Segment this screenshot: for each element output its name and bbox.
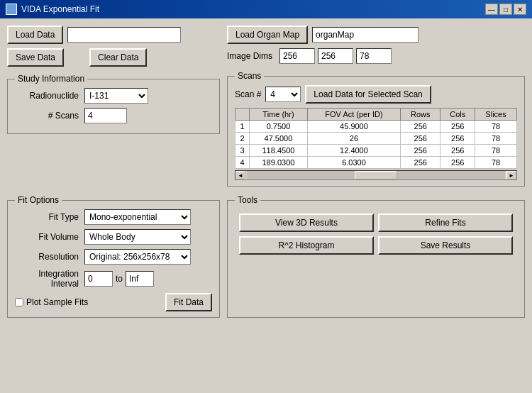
dim3-input[interactable] — [356, 48, 392, 64]
cell-num: 1 — [235, 121, 250, 133]
organ-map-row: Load Organ Map — [227, 26, 525, 44]
col-header-rows: Rows — [401, 109, 440, 121]
app-icon — [6, 4, 17, 15]
bottom-fit-row: Plot Sample Fits Fit Data — [15, 293, 212, 311]
cell-slices: 78 — [475, 121, 517, 133]
scans-label: # Scans — [15, 111, 79, 121]
load-row: Load Data — [7, 26, 220, 44]
cell-fovAct: 26 — [307, 133, 400, 145]
scroll-track — [247, 171, 505, 179]
cell-time: 0.7500 — [250, 121, 308, 133]
title-bar-left: VIDA Exponential Fit — [6, 4, 99, 15]
organ-map-input[interactable] — [312, 27, 419, 43]
radionuclide-row: Radionuclide I-131 — [15, 88, 212, 104]
dim1-input[interactable] — [279, 48, 315, 64]
plot-sample-fits-label[interactable]: Plot Sample Fits — [15, 297, 88, 307]
plot-sample-fits-checkbox[interactable] — [15, 298, 23, 306]
fit-type-row: Fit Type Mono-exponential Bi-exponential — [15, 209, 212, 225]
horizontal-scrollbar[interactable]: ◄ ► — [235, 170, 517, 180]
cell-num: 2 — [235, 133, 250, 145]
cell-cols: 256 — [440, 145, 475, 157]
study-info-legend: Study Information — [15, 74, 87, 84]
r2-histogram-button[interactable]: R^2 Histogram — [239, 236, 374, 255]
cell-slices: 78 — [475, 145, 517, 157]
col-header-slices: Slices — [475, 109, 517, 121]
table-row: 4189.03006.030025625678 — [235, 157, 517, 169]
fit-volume-select[interactable]: Whole Body Organ — [84, 229, 191, 245]
cell-num: 4 — [235, 157, 250, 169]
fit-type-select[interactable]: Mono-exponential Bi-exponential — [84, 209, 191, 225]
resolution-row: Resolution Original: 256x256x78 — [15, 249, 212, 265]
save-clear-row: Save Data Clear Data — [7, 48, 220, 67]
scans-group: Scans Scan # 1 2 3 4 Load Data for Selec… — [227, 71, 525, 187]
plot-sample-fits-text: Plot Sample Fits — [26, 297, 88, 307]
resolution-select[interactable]: Original: 256x256x78 — [84, 249, 191, 265]
radionuclide-select[interactable]: I-131 — [84, 88, 148, 104]
minimize-button[interactable]: — — [485, 4, 498, 15]
load-data-for-scan-button[interactable]: Load Data for Selected Scan — [305, 85, 431, 104]
study-information-group: Study Information Radionuclide I-131 # S… — [7, 74, 220, 134]
cell-rows: 256 — [401, 133, 440, 145]
radionuclide-label: Radionuclide — [15, 91, 79, 101]
main-content: Load Data Save Data Clear Data Study Inf… — [0, 18, 532, 393]
col-header-num — [235, 109, 250, 121]
scan-num-row: Scan # 1 2 3 4 Load Data for Selected Sc… — [235, 85, 517, 104]
cell-fovAct: 6.0300 — [307, 157, 400, 169]
tools-grid: View 3D Results Refine Fits R^2 Histogra… — [235, 209, 517, 259]
cell-cols: 256 — [440, 121, 475, 133]
scans-table: Time (hr) FOV Act (per ID) Rows Cols Sli… — [235, 108, 517, 169]
maximize-button[interactable]: □ — [499, 4, 512, 15]
resolution-label: Resolution — [15, 252, 79, 262]
load-data-input[interactable] — [67, 27, 181, 43]
cell-rows: 256 — [401, 157, 440, 169]
save-results-button[interactable]: Save Results — [378, 236, 513, 255]
clear-data-button[interactable]: Clear Data — [89, 48, 147, 67]
save-data-button[interactable]: Save Data — [7, 48, 64, 67]
integration-to-input[interactable] — [126, 271, 154, 287]
fit-data-button[interactable]: Fit Data — [165, 293, 212, 311]
cell-cols: 256 — [440, 157, 475, 169]
table-row: 10.750045.900025625678 — [235, 121, 517, 133]
col-header-time: Time (hr) — [250, 109, 308, 121]
cell-fovAct: 12.4000 — [307, 145, 400, 157]
integration-to-label: to — [116, 274, 123, 284]
fit-type-label: Fit Type — [15, 212, 79, 222]
title-controls[interactable]: — □ ✕ — [485, 4, 526, 15]
scan-num-label: Scan # — [235, 89, 261, 99]
load-organ-map-button[interactable]: Load Organ Map — [227, 26, 308, 44]
integration-from-input[interactable] — [84, 271, 113, 287]
title-bar: VIDA Exponential Fit — □ ✕ — [0, 0, 532, 18]
table-row: 247.50002625625678 — [235, 133, 517, 145]
scroll-left-btn[interactable]: ◄ — [235, 171, 245, 179]
fit-volume-label: Fit Volume — [15, 232, 79, 242]
cell-cols: 256 — [440, 133, 475, 145]
refine-fits-button[interactable]: Refine Fits — [378, 214, 513, 232]
scroll-right-btn[interactable]: ► — [506, 171, 516, 179]
tools-legend: Tools — [235, 195, 260, 205]
cell-slices: 78 — [475, 157, 517, 169]
top-section: Load Data Save Data Clear Data Study Inf… — [7, 26, 525, 187]
close-button[interactable]: ✕ — [514, 4, 526, 15]
scroll-thumb[interactable] — [355, 171, 397, 179]
fit-options-legend: Fit Options — [15, 195, 62, 205]
col-header-cols: Cols — [440, 109, 475, 121]
load-data-button[interactable]: Load Data — [7, 26, 63, 44]
scans-legend: Scans — [235, 71, 264, 81]
cell-time: 189.0300 — [250, 157, 308, 169]
view-3d-results-button[interactable]: View 3D Results — [239, 214, 374, 232]
left-panel: Load Data Save Data Clear Data Study Inf… — [7, 26, 220, 187]
cell-num: 3 — [235, 145, 250, 157]
integration-label: IntegrationInterval — [15, 269, 79, 289]
right-panel: Load Organ Map Image Dims Scans Scan # 1… — [227, 26, 525, 187]
cell-slices: 78 — [475, 133, 517, 145]
image-dims-row: Image Dims — [227, 48, 525, 64]
window-title: VIDA Exponential Fit — [21, 4, 99, 14]
dim2-input[interactable] — [318, 48, 353, 64]
bottom-section: Fit Options Fit Type Mono-exponential Bi… — [7, 192, 525, 318]
fit-options-group: Fit Options Fit Type Mono-exponential Bi… — [7, 195, 220, 318]
scans-row: # Scans — [15, 108, 212, 123]
cell-time: 118.4500 — [250, 145, 308, 157]
scans-input[interactable] — [84, 108, 127, 123]
scan-num-select[interactable]: 1 2 3 4 — [265, 87, 301, 102]
cell-rows: 256 — [401, 121, 440, 133]
